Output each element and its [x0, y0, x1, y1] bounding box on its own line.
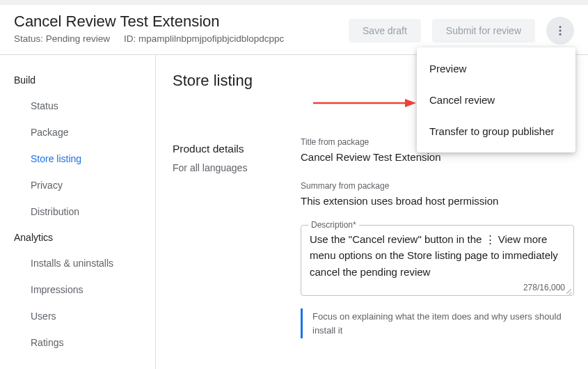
- menu-item-cancel-review[interactable]: Cancel review: [417, 84, 575, 116]
- sidebar-item-users[interactable]: Users: [0, 303, 155, 329]
- sidebar-item-impressions[interactable]: Impressions: [0, 276, 155, 303]
- description-char-count: 278/16,000: [310, 283, 565, 292]
- more-options-menu: Preview Cancel review Transfer to group …: [417, 47, 575, 152]
- status-label: Status:: [14, 33, 43, 44]
- resize-handle-icon[interactable]: [564, 286, 573, 295]
- description-label: Description*: [308, 220, 359, 230]
- sidebar-item-package[interactable]: Package: [0, 119, 155, 146]
- status-value: Pending review: [46, 33, 110, 44]
- sidebar-item-installs[interactable]: Installs & uninstalls: [0, 250, 155, 276]
- extension-title: Cancel Review Test Extension: [14, 13, 284, 31]
- svg-point-1: [559, 30, 562, 32]
- page-title: Store listing: [173, 72, 301, 90]
- menu-item-transfer[interactable]: Transfer to group publisher: [417, 116, 575, 147]
- sidebar-item-distribution[interactable]: Distribution: [0, 198, 155, 225]
- sidebar: Build Status Package Store listing Priva…: [0, 55, 156, 369]
- sidebar-item-store-listing[interactable]: Store listing: [0, 146, 155, 172]
- more-vertical-icon: [554, 24, 566, 37]
- sidebar-heading-build: Build: [0, 68, 155, 93]
- description-field[interactable]: Description* Use the "Cancel review" but…: [301, 225, 574, 296]
- window-strip: [0, 0, 588, 5]
- summary-label: Summary from package: [301, 181, 574, 191]
- title-from-package-value: Cancel Review Test Extension: [301, 151, 574, 163]
- description-hint: Focus on explaining what the item does a…: [301, 308, 565, 338]
- more-options-button[interactable]: [546, 17, 574, 45]
- save-draft-button[interactable]: Save draft: [349, 19, 421, 42]
- id-value: mpamplilnbpmjpofipbjcidblopdcppc: [138, 33, 284, 44]
- menu-item-preview[interactable]: Preview: [417, 53, 575, 84]
- product-details-sub: For all languages: [173, 162, 301, 173]
- id-label: ID:: [124, 33, 136, 44]
- status-line: Status: Pending review ID: mpamplilnbpmj…: [14, 33, 284, 44]
- sidebar-item-privacy[interactable]: Privacy: [0, 172, 155, 198]
- sidebar-heading-analytics: Analytics: [0, 225, 155, 250]
- svg-point-0: [559, 26, 562, 28]
- sidebar-item-status[interactable]: Status: [0, 93, 155, 119]
- summary-value: This extension uses broad host permissio…: [301, 195, 574, 207]
- submit-for-review-button[interactable]: Submit for review: [432, 19, 535, 42]
- sidebar-item-ratings[interactable]: Ratings: [0, 329, 155, 356]
- description-text[interactable]: Use the "Cancel review" button in the ⋮ …: [310, 231, 565, 281]
- svg-point-2: [559, 33, 562, 36]
- product-details-heading: Product details: [173, 143, 301, 155]
